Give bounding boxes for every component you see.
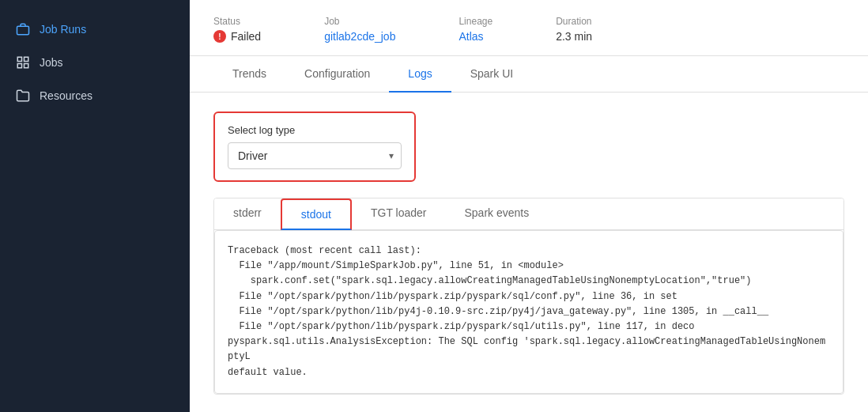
logs-content: Select log type Driver Executor ▾ stderr… [190, 93, 868, 412]
log-output: Traceback (most recent call last): File … [214, 230, 843, 394]
log-type-select-wrapper: Driver Executor ▾ [228, 142, 402, 169]
main-tabs: Trends Configuration Logs Spark UI [190, 56, 868, 93]
lineage-info: Lineage Atlas [459, 16, 492, 43]
log-tab-stderr[interactable]: stderr [214, 198, 281, 230]
status-info: Status Failed [213, 16, 261, 43]
svg-rect-1 [17, 57, 21, 61]
log-container: stderr stdout TGT loader Spark events Tr… [213, 198, 844, 395]
job-info: Job gitlab2cde_job [324, 16, 395, 43]
sidebar-item-resources[interactable]: Resources [0, 79, 190, 112]
sidebar-item-label: Jobs [40, 56, 63, 69]
sidebar: Job Runs Jobs Resources [0, 0, 190, 412]
duration-value: 2.3 min [556, 30, 592, 43]
log-tab-stdout[interactable]: stdout [281, 198, 352, 230]
sidebar-item-label: Job Runs [40, 23, 86, 36]
lineage-label: Lineage [459, 16, 492, 27]
lineage-value[interactable]: Atlas [459, 30, 492, 43]
status-value: Failed [213, 30, 261, 43]
info-bar: Status Failed Job gitlab2cde_job Lineage… [190, 0, 868, 56]
log-tab-tgt-loader[interactable]: TGT loader [352, 198, 446, 230]
tab-trends[interactable]: Trends [213, 56, 285, 93]
svg-rect-3 [17, 64, 21, 68]
folder-icon [16, 89, 30, 103]
status-failed-icon [213, 30, 226, 43]
sidebar-item-jobs[interactable]: Jobs [0, 46, 190, 79]
sidebar-item-job-runs[interactable]: Job Runs [0, 13, 190, 46]
main-content: Status Failed Job gitlab2cde_job Lineage… [190, 0, 868, 412]
svg-rect-0 [17, 26, 29, 35]
log-type-select[interactable]: Driver Executor [228, 142, 402, 169]
status-label: Status [213, 16, 261, 27]
log-tabs-wrapper: stderr stdout TGT loader Spark events [214, 198, 843, 230]
tab-spark-ui[interactable]: Spark UI [451, 56, 532, 93]
log-type-label: Select log type [228, 124, 402, 136]
log-tab-spark-events[interactable]: Spark events [445, 198, 548, 230]
log-tabs: stderr stdout TGT loader Spark events [214, 198, 843, 230]
job-label: Job [324, 16, 395, 27]
briefcase-icon [16, 22, 30, 36]
duration-info: Duration 2.3 min [556, 16, 592, 43]
job-value[interactable]: gitlab2cde_job [324, 30, 395, 43]
tab-configuration[interactable]: Configuration [285, 56, 389, 93]
log-type-section: Select log type Driver Executor ▾ [213, 112, 416, 182]
duration-label: Duration [556, 16, 592, 27]
sidebar-item-label: Resources [40, 89, 92, 102]
tab-logs[interactable]: Logs [389, 56, 451, 93]
svg-rect-4 [25, 64, 28, 68]
grid-icon [16, 55, 30, 70]
svg-rect-2 [25, 57, 28, 61]
